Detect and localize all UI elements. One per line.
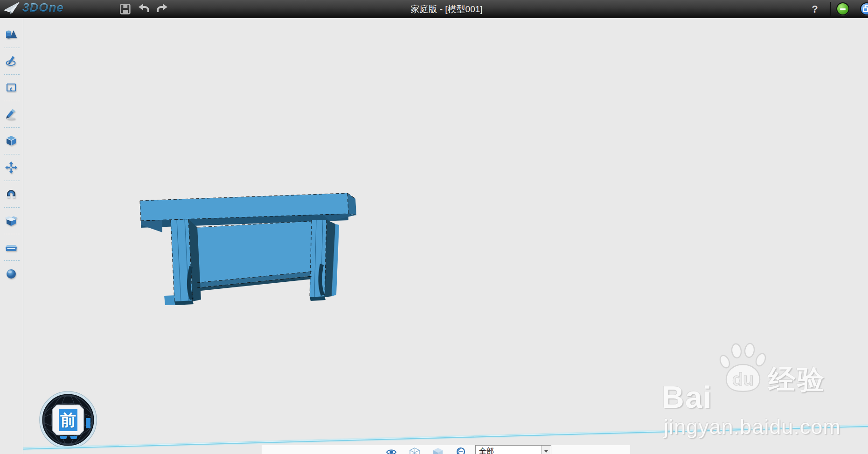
dropdown-arrow-button[interactable] xyxy=(541,446,551,454)
watermark-brand-row: Bai xyxy=(662,379,713,415)
sidebar-item-move-transform[interactable] xyxy=(0,157,22,178)
bench-left-back-foot xyxy=(164,295,175,305)
app-logo: 3DOne xyxy=(3,0,64,15)
sketch-draw-icon xyxy=(5,55,18,68)
display-filter-value: 全部 xyxy=(476,446,541,454)
save-floppy-icon xyxy=(119,3,131,15)
sidebar-item-edit-pen[interactable] xyxy=(0,104,22,125)
display-toolbar: 全部 xyxy=(262,445,630,454)
measure-tray-icon xyxy=(5,241,18,254)
view-cube[interactable]: 前 xyxy=(39,391,97,449)
viewport-3d[interactable]: 前 xyxy=(24,18,868,454)
baidu-watermark: Bai du 经验 jingyan.baidu.com xyxy=(662,360,848,454)
move-arrows-icon xyxy=(5,161,18,174)
app-name: 3DOne xyxy=(22,0,64,15)
baidu-paw-icon: du xyxy=(717,341,769,396)
shaded-box-icon xyxy=(433,447,443,454)
magnet-icon xyxy=(5,188,18,201)
sidebar-separator xyxy=(0,231,23,237)
watermark-jingyan-text: 经验 xyxy=(768,362,826,398)
eye-icon xyxy=(386,448,397,454)
sidebar-separator xyxy=(0,178,23,184)
sidebar-item-combine-box[interactable] xyxy=(0,210,22,231)
wireframe-display-button[interactable] xyxy=(409,447,420,454)
primitive-solids-icon xyxy=(5,28,18,41)
chevron-down-icon xyxy=(544,450,548,453)
shaded-display-button[interactable] xyxy=(432,447,444,454)
bench-right-leg-front xyxy=(310,220,326,298)
view-cube-front-face[interactable] xyxy=(59,409,77,431)
sidebar-item-measure-tray[interactable] xyxy=(0,237,22,258)
display-filter-dropdown[interactable]: 全部 xyxy=(475,445,551,454)
sidebar-item-render-sphere[interactable] xyxy=(0,264,22,284)
minus-icon xyxy=(840,8,846,10)
combine-box-icon xyxy=(5,214,18,227)
visibility-eye-button[interactable] xyxy=(386,448,397,454)
restore-button[interactable] xyxy=(860,2,868,15)
tool-sidebar xyxy=(0,18,23,454)
redo-arrow-icon xyxy=(156,3,169,15)
watermark-url: jingyan.baidu.com xyxy=(664,415,841,439)
sidebar-separator xyxy=(0,151,23,157)
sidebar-item-magnet-snap[interactable] xyxy=(0,184,22,204)
3done-app: { "titlebar": { "app_name": "3DOne", "do… xyxy=(0,0,868,454)
titlebar-divider xyxy=(830,2,830,16)
render-sphere-icon xyxy=(5,267,18,280)
redo-button[interactable] xyxy=(155,1,169,16)
quick-toolbar xyxy=(118,1,169,16)
undo-arrow-icon xyxy=(137,3,150,15)
sketch-plane-icon xyxy=(5,81,18,94)
watermark-bai-text: Bai xyxy=(662,379,713,415)
undo-button[interactable] xyxy=(137,1,151,16)
sidebar-item-sketch-plane[interactable] xyxy=(0,77,22,98)
sidebar-item-primitive-solids[interactable] xyxy=(0,24,22,45)
sidebar-separator xyxy=(0,45,23,51)
zoom-scope-button[interactable] xyxy=(456,447,467,454)
paper-plane-icon xyxy=(3,1,21,15)
zoom-scope-icon xyxy=(456,447,466,454)
titlebar: 3DOne 家庭版 - [模型001] ? xyxy=(0,0,868,18)
bench-model[interactable] xyxy=(112,154,366,313)
help-button[interactable]: ? xyxy=(808,0,822,18)
sidebar-separator xyxy=(0,98,23,104)
sidebar-separator xyxy=(0,71,23,77)
save-button[interactable] xyxy=(118,1,132,16)
edit-pen-icon xyxy=(5,108,18,121)
view-cube-right-sliver xyxy=(86,418,90,428)
sidebar-separator xyxy=(0,204,23,210)
sidebar-item-sketch-draw[interactable] xyxy=(0,51,22,71)
minimize-button[interactable] xyxy=(836,2,849,15)
overlapping-windows-icon xyxy=(861,3,868,14)
watermark-du-text: du xyxy=(732,370,754,389)
sidebar-separator xyxy=(0,258,23,264)
wireframe-box-icon xyxy=(410,447,420,454)
sidebar-item-feature-cube[interactable] xyxy=(0,131,22,151)
feature-cube-icon xyxy=(5,134,18,147)
view-cube-sphere xyxy=(39,391,97,449)
sidebar-separator xyxy=(0,125,23,131)
